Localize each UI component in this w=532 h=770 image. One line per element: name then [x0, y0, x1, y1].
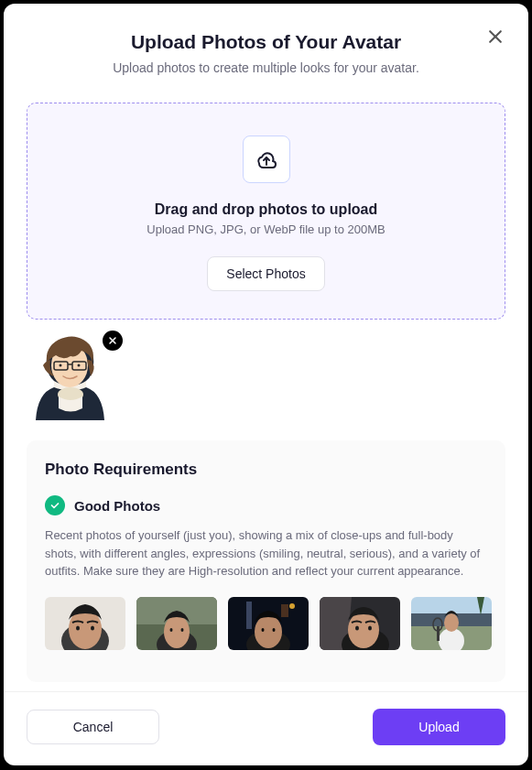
check-icon [49, 500, 60, 511]
requirements-title: Photo Requirements [45, 461, 487, 479]
close-button[interactable] [484, 26, 506, 48]
svg-point-34 [355, 625, 359, 630]
modal-subtitle: Upload photos to create multiple looks f… [27, 60, 505, 75]
remove-thumbnail-button[interactable] [103, 331, 123, 351]
svg-rect-24 [246, 602, 252, 629]
svg-point-26 [289, 603, 295, 609]
svg-point-21 [170, 628, 173, 632]
close-icon [486, 27, 505, 46]
sample-photos-row [45, 597, 487, 650]
uploaded-thumbnails [4, 320, 528, 431]
svg-rect-41 [437, 626, 440, 641]
check-badge [45, 495, 65, 515]
sample-photo [136, 597, 217, 650]
dropzone-subtitle: Upload PNG, JPG, or WebP file up to 200M… [46, 222, 486, 236]
modal-header: Upload Photos of Your Avatar Upload phot… [4, 4, 528, 89]
svg-point-40 [444, 613, 459, 632]
requirements-card: Photo Requirements Good Photos Recent ph… [27, 440, 505, 682]
svg-point-28 [255, 615, 282, 648]
sample-photo [45, 597, 125, 650]
svg-point-20 [164, 615, 190, 648]
cloud-upload-icon [255, 148, 277, 170]
upload-dropzone[interactable]: Drag and drop photos to upload Upload PN… [27, 103, 505, 320]
svg-point-29 [262, 628, 265, 632]
svg-point-10 [60, 364, 62, 367]
cancel-button[interactable]: Cancel [27, 710, 159, 744]
sample-photo [228, 597, 309, 650]
modal-footer: Cancel Upload [4, 691, 528, 765]
sample-photo [411, 597, 492, 650]
select-photos-button[interactable]: Select Photos [207, 256, 324, 291]
modal-title: Upload Photos of Your Avatar [27, 31, 505, 53]
upload-button[interactable]: Upload [373, 709, 505, 745]
good-photos-header: Good Photos [45, 495, 487, 515]
avatar-image [27, 331, 114, 422]
svg-point-30 [273, 628, 276, 632]
uploaded-thumbnail [27, 331, 114, 422]
x-icon [107, 335, 118, 346]
svg-rect-25 [281, 604, 288, 617]
good-photos-label: Good Photos [74, 498, 160, 514]
good-photos-description: Recent photos of yourself (just you), sh… [45, 526, 487, 580]
svg-point-35 [368, 625, 372, 630]
svg-point-11 [78, 364, 81, 367]
svg-point-15 [76, 625, 80, 630]
sample-photo [320, 597, 400, 650]
svg-point-22 [181, 628, 184, 632]
svg-point-16 [91, 625, 94, 630]
upload-modal: Upload Photos of Your Avatar Upload phot… [4, 4, 528, 765]
upload-icon-container [243, 136, 290, 183]
dropzone-title: Drag and drop photos to upload [46, 201, 486, 218]
svg-point-33 [348, 612, 379, 648]
